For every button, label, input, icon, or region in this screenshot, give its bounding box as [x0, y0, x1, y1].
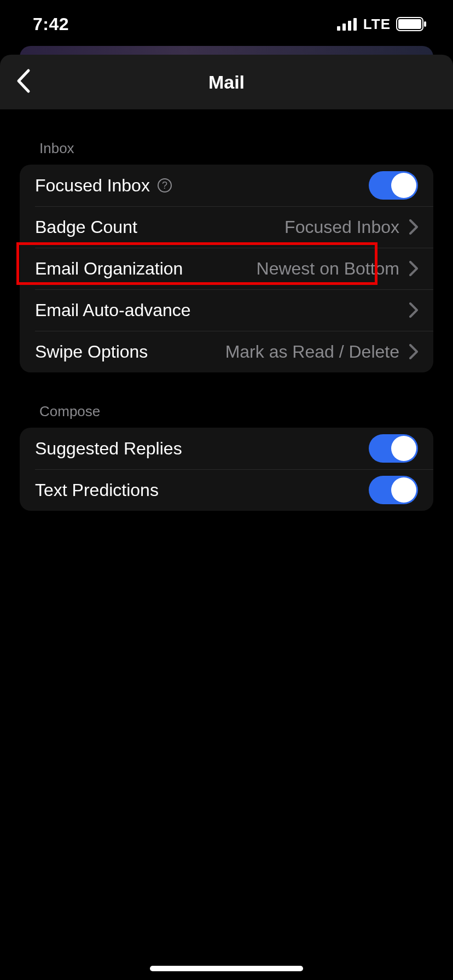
email-auto-advance-label: Email Auto-advance [35, 300, 191, 320]
email-auto-advance-row[interactable]: Email Auto-advance [20, 289, 433, 331]
page-title: Mail [0, 72, 453, 93]
status-indicators: LTE [337, 16, 427, 33]
chevron-right-icon [409, 219, 418, 235]
battery-icon [396, 17, 427, 31]
back-button[interactable] [15, 68, 32, 96]
suggested-replies-row[interactable]: Suggested Replies [20, 428, 433, 469]
svg-rect-1 [342, 24, 346, 31]
swipe-options-label: Swipe Options [35, 342, 148, 362]
network-label: LTE [363, 16, 391, 33]
text-predictions-row[interactable]: Text Predictions [20, 469, 433, 511]
suggested-replies-toggle[interactable] [369, 434, 418, 463]
focused-inbox-toggle[interactable] [369, 171, 418, 200]
chevron-right-icon [409, 261, 418, 276]
section-header-compose: Compose [39, 403, 453, 420]
text-predictions-toggle[interactable] [369, 476, 418, 504]
focused-inbox-row[interactable]: Focused Inbox ? [20, 165, 433, 206]
email-organization-label: Email Organization [35, 259, 183, 279]
svg-rect-2 [348, 21, 351, 31]
section-header-inbox: Inbox [39, 140, 453, 157]
suggested-replies-label: Suggested Replies [35, 439, 182, 459]
email-organization-row[interactable]: Email Organization Newest on Bottom [20, 248, 433, 289]
settings-sheet: Mail Inbox Focused Inbox ? Badge Count F… [0, 55, 453, 980]
cellular-icon [337, 18, 358, 31]
email-organization-value: Newest on Bottom [257, 259, 399, 279]
swipe-options-row[interactable]: Swipe Options Mark as Read / Delete [20, 331, 433, 372]
badge-count-label: Badge Count [35, 217, 137, 237]
svg-rect-0 [337, 26, 340, 31]
badge-count-value: Focused Inbox [284, 217, 399, 237]
status-time: 7:42 [33, 14, 69, 34]
swipe-options-value: Mark as Read / Delete [225, 342, 399, 362]
content: Inbox Focused Inbox ? Badge Count Focuse… [0, 109, 453, 511]
svg-rect-3 [353, 18, 357, 31]
compose-group: Suggested Replies Text Predictions [20, 428, 433, 511]
chevron-right-icon [409, 344, 418, 359]
chevron-right-icon [409, 302, 418, 318]
header-bar: Mail [0, 55, 453, 109]
text-predictions-label: Text Predictions [35, 480, 159, 500]
svg-rect-6 [424, 21, 426, 27]
help-icon[interactable]: ? [158, 178, 172, 192]
badge-count-row[interactable]: Badge Count Focused Inbox [20, 206, 433, 248]
inbox-group: Focused Inbox ? Badge Count Focused Inbo… [20, 165, 433, 372]
svg-rect-5 [398, 19, 421, 29]
status-bar: 7:42 LTE [0, 0, 453, 48]
focused-inbox-label: Focused Inbox [35, 176, 150, 196]
chevron-left-icon [15, 68, 32, 94]
home-indicator[interactable] [150, 966, 303, 971]
